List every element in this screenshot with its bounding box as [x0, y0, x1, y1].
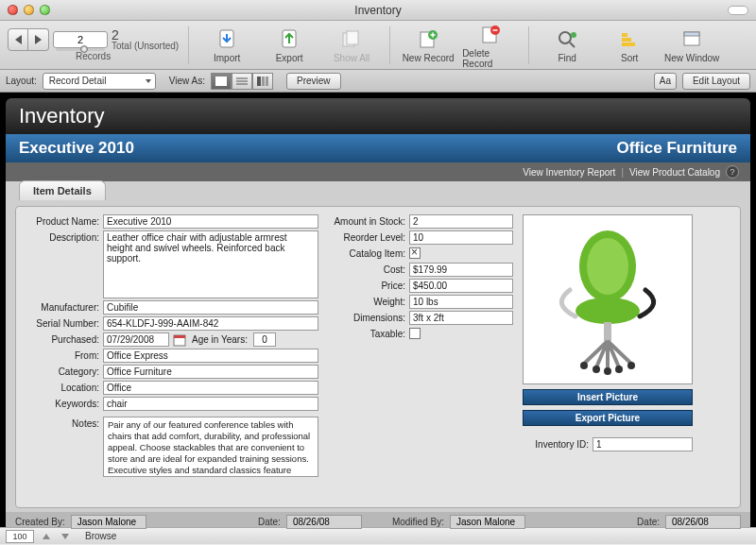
view-catalog-link[interactable]: View Product Catalog — [629, 167, 720, 178]
zoom-in-icon[interactable] — [59, 531, 72, 542]
prev-record-button[interactable] — [8, 28, 28, 51]
inventory-id-label: Inventory ID: — [523, 437, 589, 450]
location-field[interactable]: Office — [103, 381, 318, 395]
svg-point-38 — [604, 367, 611, 375]
link-bar: View Inventory Report | View Product Cat… — [6, 162, 750, 181]
category-field[interactable]: Office Furniture — [103, 365, 318, 379]
svg-point-26 — [587, 238, 628, 295]
svg-rect-21 — [262, 77, 265, 86]
taxable-label: Taxable: — [328, 327, 405, 339]
notes-field[interactable]: Pair any of our featured conference tabl… — [103, 417, 318, 477]
location-label: Location: — [24, 381, 99, 393]
layout-select[interactable]: Record Detail — [43, 73, 156, 90]
from-label: From: — [24, 349, 99, 361]
keywords-field[interactable]: chair — [103, 397, 318, 411]
record-slider-knob[interactable] — [80, 45, 88, 53]
created-date-value: 08/26/08 — [286, 515, 362, 529]
svg-rect-3 — [347, 31, 358, 44]
app-header: Inventory — [6, 98, 750, 134]
svg-rect-22 — [266, 77, 268, 86]
preview-button[interactable]: Preview — [286, 73, 341, 90]
import-button[interactable]: Import — [198, 26, 255, 63]
export-button[interactable]: Export — [261, 26, 318, 63]
insert-picture-button[interactable]: Insert Picture — [523, 389, 693, 405]
reorder-label: Reorder Level: — [328, 230, 405, 243]
catalog-item-checkbox[interactable] — [409, 247, 421, 259]
svg-point-8 — [559, 32, 571, 43]
chair-image — [541, 224, 674, 375]
product-name-label: Product Name: — [24, 214, 99, 227]
svg-point-34 — [580, 362, 588, 369]
record-status: Total (Unsorted) — [112, 42, 179, 51]
sort-button[interactable]: Sort — [601, 26, 658, 63]
svg-point-10 — [571, 32, 576, 38]
product-name-field[interactable]: Executive 2010 — [103, 214, 318, 229]
price-field[interactable]: $450.00 — [409, 279, 513, 293]
record-number-input[interactable]: 2 — [53, 31, 108, 48]
svg-rect-13 — [622, 43, 635, 46]
dimensions-field[interactable]: 3ft x 2ft — [409, 311, 513, 325]
records-label: Records — [76, 51, 111, 61]
manufacturer-label: Manufacturer: — [24, 300, 99, 313]
form-body: Item Details Product Name:Executive 2010… — [6, 181, 750, 512]
record-title: Executive 2010 — [19, 139, 134, 158]
export-picture-button[interactable]: Export Picture — [523, 410, 693, 426]
main-content: Inventory Executive 2010 Office Furnitur… — [0, 93, 756, 527]
edit-layout-button[interactable]: Edit Layout — [682, 73, 750, 90]
taxable-checkbox[interactable] — [409, 328, 421, 339]
cost-label: Cost: — [328, 263, 405, 275]
find-button[interactable]: Find — [539, 26, 595, 63]
dimensions-label: Dimensions: — [328, 311, 405, 323]
age-field[interactable]: 0 — [253, 332, 276, 347]
from-field[interactable]: Office Express — [103, 349, 318, 363]
notes-label: Notes: — [24, 417, 99, 477]
view-list-button[interactable] — [232, 73, 252, 90]
details-panel: Product Name:Executive 2010 Description:… — [15, 206, 741, 508]
view-form-button[interactable] — [211, 73, 232, 90]
record-count: 2 — [112, 28, 179, 42]
tab-item-details[interactable]: Item Details — [19, 180, 106, 200]
manufacturer-field[interactable]: Cubifile — [103, 300, 318, 315]
new-record-button[interactable]: New Record — [400, 26, 456, 63]
serial-field[interactable]: 654-KLDFJ-999-AAIM-842 — [103, 316, 318, 331]
catalog-item-label: Catalog Item: — [328, 247, 405, 259]
status-bar: 100 Browse — [0, 527, 756, 544]
product-picture[interactable] — [523, 214, 693, 384]
main-toolbar: 2 2 Total (Unsorted) Records Import Expo… — [0, 21, 756, 70]
svg-point-37 — [615, 366, 623, 373]
serial-label: Serial Number: — [24, 316, 99, 329]
next-record-button[interactable] — [28, 28, 49, 51]
purchased-field[interactable]: 07/29/2008 — [103, 332, 169, 347]
window-titlebar: Inventory — [0, 0, 756, 21]
description-field[interactable]: Leather office chair with adjustable arm… — [103, 230, 318, 298]
cost-field[interactable]: $179.99 — [409, 263, 513, 277]
record-header: Executive 2010 Office Furniture — [6, 134, 750, 162]
show-all-button[interactable]: Show All — [323, 26, 380, 63]
toolbar-toggle-icon[interactable] — [728, 6, 748, 15]
help-icon[interactable]: ? — [726, 165, 739, 179]
zoom-out-icon[interactable] — [40, 531, 53, 542]
modified-by-value: Jason Malone — [450, 515, 525, 529]
inventory-id-field[interactable]: 1 — [593, 437, 693, 451]
new-window-button[interactable]: New Window — [663, 26, 720, 63]
svg-point-27 — [576, 298, 640, 324]
category-label: Category: — [24, 365, 99, 377]
view-table-button[interactable] — [252, 73, 273, 90]
svg-rect-12 — [622, 38, 631, 42]
calendar-icon[interactable] — [173, 332, 186, 347]
weight-label: Weight: — [328, 295, 405, 307]
amount-stock-field[interactable]: 2 — [409, 214, 513, 229]
zoom-field[interactable]: 100 — [6, 530, 34, 543]
reorder-field[interactable]: 10 — [409, 230, 513, 245]
created-date-label: Date: — [258, 517, 281, 527]
price-label: Price: — [328, 279, 405, 291]
text-size-button[interactable]: Aa — [654, 73, 677, 90]
mode-label: Browse — [85, 531, 116, 541]
delete-record-button[interactable]: Delete Record — [462, 22, 519, 69]
view-as-buttons — [211, 73, 273, 90]
view-as-label: View As: — [169, 76, 205, 86]
weight-field[interactable]: 10 lbs — [409, 295, 513, 309]
view-inventory-link[interactable]: View Inventory Report — [523, 167, 615, 178]
svg-rect-15 — [684, 32, 699, 36]
age-label: Age in Years: — [190, 332, 249, 345]
